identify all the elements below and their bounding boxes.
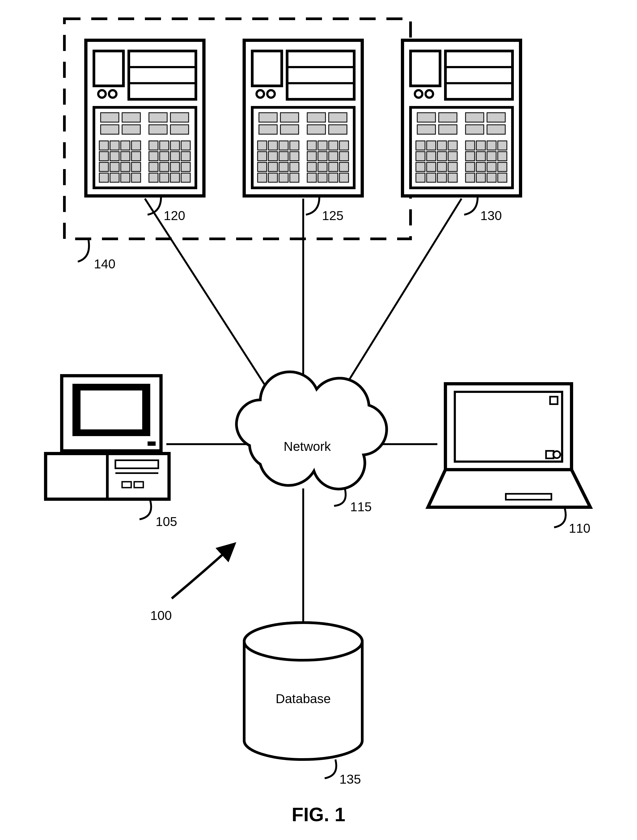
ref-system: 100: [150, 608, 172, 623]
svg-rect-57: [148, 442, 156, 446]
figure-caption: FIG. 1: [292, 804, 345, 825]
svg-line-48: [145, 199, 283, 413]
svg-point-70: [244, 623, 362, 660]
desktop-pc-icon: [46, 376, 169, 499]
database-icon: Database: [244, 623, 362, 759]
ref-database: 135: [339, 772, 361, 786]
database-label: Database: [276, 692, 331, 706]
ref-server-a: 120: [164, 208, 185, 223]
server-a-icon: [86, 40, 204, 196]
ref-server-b: 125: [322, 208, 344, 223]
ref-pc: 105: [156, 515, 177, 529]
network-cloud-icon: Network: [237, 372, 387, 489]
ref-server-c: 130: [480, 208, 502, 223]
ref-network: 115: [350, 500, 372, 514]
network-label: Network: [284, 439, 331, 453]
ref-laptop: 110: [569, 521, 590, 535]
server-b-icon: [244, 40, 362, 196]
laptop-icon: [428, 384, 590, 507]
svg-rect-56: [80, 390, 142, 429]
ref-cluster: 140: [94, 257, 115, 271]
server-c-icon: [402, 40, 520, 196]
network-diagram: Network Database: [0, 0, 637, 840]
system-ref-arrow: [172, 545, 233, 598]
